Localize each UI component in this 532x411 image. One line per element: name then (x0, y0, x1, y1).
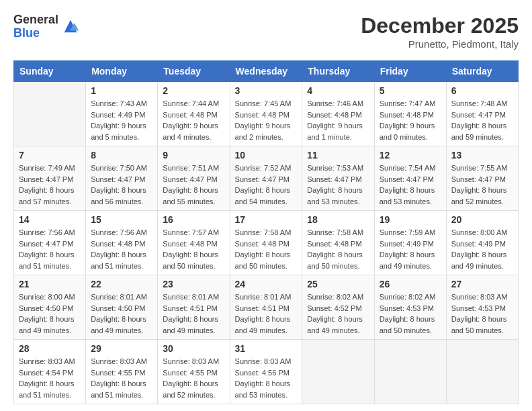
calendar-cell: 3Sunrise: 7:45 AMSunset: 4:48 PMDaylight… (230, 82, 302, 146)
calendar-cell: 19Sunrise: 7:59 AMSunset: 4:49 PMDayligh… (374, 211, 446, 275)
day-number: 17 (235, 214, 298, 225)
day-number: 8 (91, 150, 152, 161)
calendar-cell: 9Sunrise: 7:51 AMSunset: 4:47 PMDaylight… (158, 146, 230, 211)
day-number: 4 (307, 85, 369, 96)
calendar-day-header: Thursday (302, 61, 374, 82)
day-info: Sunrise: 7:58 AMSunset: 4:48 PMDaylight:… (307, 227, 369, 271)
day-info: Sunrise: 8:03 AMSunset: 4:54 PMDaylight:… (19, 356, 81, 400)
calendar-week-row: 7Sunrise: 7:49 AMSunset: 4:47 PMDaylight… (14, 146, 519, 211)
day-info: Sunrise: 7:53 AMSunset: 4:47 PMDaylight:… (307, 163, 369, 207)
day-number: 27 (451, 279, 513, 289)
calendar-cell: 2Sunrise: 7:44 AMSunset: 4:48 PMDaylight… (158, 82, 230, 146)
day-info: Sunrise: 8:03 AMSunset: 4:55 PMDaylight:… (163, 356, 224, 400)
day-number: 21 (19, 279, 81, 289)
logo-general-text: General (13, 13, 58, 27)
day-info: Sunrise: 7:46 AMSunset: 4:48 PMDaylight:… (307, 98, 369, 142)
calendar-day-header: Friday (374, 61, 446, 82)
calendar-day-header: Wednesday (230, 61, 302, 82)
day-number: 31 (235, 343, 298, 354)
day-number: 6 (451, 85, 513, 96)
day-info: Sunrise: 7:50 AMSunset: 4:47 PMDaylight:… (91, 163, 152, 207)
day-number: 29 (91, 343, 152, 354)
day-info: Sunrise: 7:47 AMSunset: 4:48 PMDaylight:… (380, 98, 441, 142)
calendar-cell: 12Sunrise: 7:54 AMSunset: 4:47 PMDayligh… (374, 146, 446, 211)
day-info: Sunrise: 7:58 AMSunset: 4:48 PMDaylight:… (235, 227, 298, 271)
calendar-cell: 18Sunrise: 7:58 AMSunset: 4:48 PMDayligh… (302, 211, 374, 275)
day-info: Sunrise: 8:01 AMSunset: 4:50 PMDaylight:… (91, 291, 152, 336)
calendar-cell: 23Sunrise: 8:01 AMSunset: 4:51 PMDayligh… (158, 275, 230, 340)
calendar-cell: 30Sunrise: 8:03 AMSunset: 4:55 PMDayligh… (158, 340, 230, 404)
calendar-cell: 28Sunrise: 8:03 AMSunset: 4:54 PMDayligh… (14, 340, 86, 404)
calendar-cell (14, 82, 86, 146)
calendar-cell: 26Sunrise: 8:02 AMSunset: 4:53 PMDayligh… (374, 275, 446, 340)
calendar-week-row: 1Sunrise: 7:43 AMSunset: 4:49 PMDaylight… (14, 82, 519, 146)
day-number: 2 (163, 85, 224, 96)
day-number: 5 (380, 85, 441, 96)
calendar-cell (374, 340, 446, 404)
day-info: Sunrise: 8:03 AMSunset: 4:53 PMDaylight:… (451, 291, 513, 336)
day-number: 9 (163, 150, 224, 161)
page-header: General Blue December 2025 Prunetto, Pie… (13, 13, 519, 50)
day-number: 16 (163, 214, 224, 225)
day-info: Sunrise: 7:51 AMSunset: 4:47 PMDaylight:… (163, 163, 224, 207)
calendar-day-header: Sunday (14, 61, 86, 82)
calendar-cell: 1Sunrise: 7:43 AMSunset: 4:49 PMDaylight… (86, 82, 158, 146)
calendar-cell: 11Sunrise: 7:53 AMSunset: 4:47 PMDayligh… (302, 146, 374, 211)
calendar-cell: 15Sunrise: 7:56 AMSunset: 4:48 PMDayligh… (86, 211, 158, 275)
calendar-cell: 31Sunrise: 8:03 AMSunset: 4:56 PMDayligh… (230, 340, 302, 404)
calendar-header-row: SundayMondayTuesdayWednesdayThursdayFrid… (14, 61, 519, 82)
day-info: Sunrise: 8:01 AMSunset: 4:51 PMDaylight:… (235, 291, 298, 336)
calendar-cell: 14Sunrise: 7:56 AMSunset: 4:47 PMDayligh… (14, 211, 86, 275)
calendar-week-row: 21Sunrise: 8:00 AMSunset: 4:50 PMDayligh… (14, 275, 519, 340)
day-number: 30 (163, 343, 224, 354)
calendar-cell: 24Sunrise: 8:01 AMSunset: 4:51 PMDayligh… (230, 275, 302, 340)
day-number: 7 (19, 150, 81, 161)
calendar-cell: 27Sunrise: 8:03 AMSunset: 4:53 PMDayligh… (446, 275, 518, 340)
day-number: 26 (380, 279, 441, 289)
calendar-cell: 16Sunrise: 7:57 AMSunset: 4:48 PMDayligh… (158, 211, 230, 275)
calendar-day-header: Saturday (446, 61, 518, 82)
calendar-cell: 22Sunrise: 8:01 AMSunset: 4:50 PMDayligh… (86, 275, 158, 340)
day-info: Sunrise: 8:02 AMSunset: 4:53 PMDaylight:… (380, 291, 441, 336)
day-info: Sunrise: 8:03 AMSunset: 4:56 PMDaylight:… (235, 356, 298, 400)
logo-icon (61, 17, 80, 36)
day-info: Sunrise: 7:54 AMSunset: 4:47 PMDaylight:… (380, 163, 441, 207)
title-section: December 2025 Prunetto, Piedmont, Italy (361, 13, 519, 50)
calendar-cell: 29Sunrise: 8:03 AMSunset: 4:55 PMDayligh… (86, 340, 158, 404)
day-info: Sunrise: 7:55 AMSunset: 4:47 PMDaylight:… (451, 163, 513, 207)
day-number: 11 (307, 150, 369, 161)
calendar-cell: 17Sunrise: 7:58 AMSunset: 4:48 PMDayligh… (230, 211, 302, 275)
calendar-table: SundayMondayTuesdayWednesdayThursdayFrid… (13, 60, 519, 404)
day-info: Sunrise: 7:57 AMSunset: 4:48 PMDaylight:… (163, 227, 224, 271)
day-number: 14 (19, 214, 81, 225)
day-number: 22 (91, 279, 152, 289)
day-number: 24 (235, 279, 298, 289)
day-info: Sunrise: 8:02 AMSunset: 4:52 PMDaylight:… (307, 291, 369, 336)
day-info: Sunrise: 7:48 AMSunset: 4:47 PMDaylight:… (451, 98, 513, 142)
day-number: 18 (307, 214, 369, 225)
location: Prunetto, Piedmont, Italy (361, 38, 519, 50)
day-number: 23 (163, 279, 224, 289)
calendar-cell: 7Sunrise: 7:49 AMSunset: 4:47 PMDaylight… (14, 146, 86, 211)
day-info: Sunrise: 7:59 AMSunset: 4:49 PMDaylight:… (380, 227, 441, 271)
calendar-cell: 6Sunrise: 7:48 AMSunset: 4:47 PMDaylight… (446, 82, 518, 146)
logo: General Blue (13, 13, 80, 40)
day-info: Sunrise: 7:52 AMSunset: 4:47 PMDaylight:… (235, 163, 298, 207)
day-info: Sunrise: 8:00 AMSunset: 4:50 PMDaylight:… (19, 291, 81, 336)
calendar-cell: 20Sunrise: 8:00 AMSunset: 4:49 PMDayligh… (446, 211, 518, 275)
day-number: 10 (235, 150, 298, 161)
day-info: Sunrise: 7:56 AMSunset: 4:47 PMDaylight:… (19, 227, 81, 271)
day-info: Sunrise: 7:43 AMSunset: 4:49 PMDaylight:… (91, 98, 152, 142)
calendar-day-header: Tuesday (158, 61, 230, 82)
calendar-cell: 21Sunrise: 8:00 AMSunset: 4:50 PMDayligh… (14, 275, 86, 340)
calendar-cell: 13Sunrise: 7:55 AMSunset: 4:47 PMDayligh… (446, 146, 518, 211)
day-info: Sunrise: 7:56 AMSunset: 4:48 PMDaylight:… (91, 227, 152, 271)
calendar-day-header: Monday (86, 61, 158, 82)
calendar-cell: 4Sunrise: 7:46 AMSunset: 4:48 PMDaylight… (302, 82, 374, 146)
day-number: 15 (91, 214, 152, 225)
calendar-cell: 25Sunrise: 8:02 AMSunset: 4:52 PMDayligh… (302, 275, 374, 340)
day-info: Sunrise: 7:49 AMSunset: 4:47 PMDaylight:… (19, 163, 81, 207)
logo-blue-text: Blue (13, 27, 58, 40)
day-number: 3 (235, 85, 298, 96)
calendar-week-row: 28Sunrise: 8:03 AMSunset: 4:54 PMDayligh… (14, 340, 519, 404)
